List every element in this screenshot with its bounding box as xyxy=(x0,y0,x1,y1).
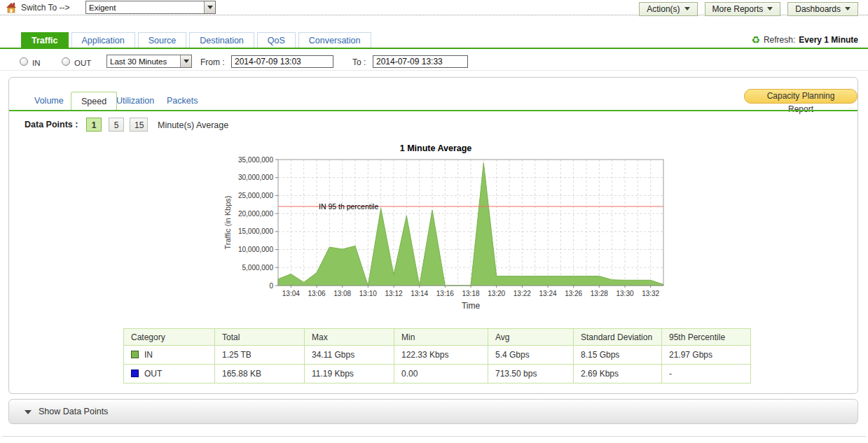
svg-text:13:18: 13:18 xyxy=(462,290,479,297)
show-data-points-toggle[interactable]: Show Data Points xyxy=(8,399,858,424)
out-series-swatch xyxy=(131,370,139,377)
in-series-swatch xyxy=(131,351,139,358)
stats-table: CategoryTotalMaxMinAvgStandard Deviation… xyxy=(123,328,751,384)
dashboards-button[interactable]: Dashboards xyxy=(787,2,858,16)
svg-text:15,000,000: 15,000,000 xyxy=(238,227,273,235)
data-point-button-1[interactable]: 1 xyxy=(86,118,102,132)
radio-in[interactable] xyxy=(20,57,28,66)
value-cell: 713.50 bps xyxy=(488,365,574,384)
workspace-select-value: Exigent xyxy=(86,3,204,12)
time-range-value: Last 30 Minutes xyxy=(107,57,180,66)
page-bottom-divider xyxy=(2,436,866,437)
svg-text:Time: Time xyxy=(462,301,481,311)
svg-text:13:28: 13:28 xyxy=(591,290,608,297)
capacity-planning-report-button[interactable]: Capacity Planning Report xyxy=(744,89,857,104)
svg-text:35,000,000: 35,000,000 xyxy=(238,156,273,164)
category-cell: IN xyxy=(124,346,215,365)
subtab-speed[interactable]: Speed xyxy=(71,92,117,110)
caret-down-icon xyxy=(25,410,32,414)
svg-text:13:32: 13:32 xyxy=(642,290,659,297)
top-menu-buttons: Action(s)More ReportsDashboards xyxy=(639,2,858,16)
tab-application[interactable]: Application xyxy=(71,32,135,49)
from-input[interactable] xyxy=(231,55,333,68)
radio-out[interactable] xyxy=(62,57,70,66)
svg-text:13:26: 13:26 xyxy=(565,290,582,297)
svg-text:0: 0 xyxy=(269,282,273,290)
action-s--button[interactable]: Action(s) xyxy=(639,2,697,16)
to-input[interactable] xyxy=(373,55,468,68)
svg-text:13:12: 13:12 xyxy=(385,290,402,297)
workspace-select[interactable]: Exigent xyxy=(85,1,216,14)
svg-text:13:16: 13:16 xyxy=(436,290,454,297)
svg-text:13:08: 13:08 xyxy=(333,290,351,297)
caret-down-icon xyxy=(845,7,850,10)
svg-text:IN 95 th percentile: IN 95 th percentile xyxy=(319,202,378,211)
chevron-down-icon xyxy=(180,55,191,67)
svg-text:5,000,000: 5,000,000 xyxy=(242,264,274,272)
value-cell: 5.4 Gbps xyxy=(488,346,574,365)
svg-text:13:24: 13:24 xyxy=(539,290,556,297)
refresh-icon[interactable]: ♻ xyxy=(751,35,760,45)
time-range-select[interactable]: Last 30 Minutes xyxy=(106,55,192,68)
svg-text:1 Minute Average: 1 Minute Average xyxy=(400,143,472,153)
tab-source[interactable]: Source xyxy=(138,32,187,49)
column-header: Standard Deviation xyxy=(574,329,662,346)
value-cell: 1.25 TB xyxy=(215,346,305,365)
column-header: Total xyxy=(215,329,305,346)
value-cell: 122.33 Kbps xyxy=(394,346,488,365)
subtab-volume[interactable]: Volume xyxy=(34,96,64,106)
subtab-utilization[interactable]: Utilization xyxy=(116,96,154,106)
svg-text:13:10: 13:10 xyxy=(359,290,377,297)
value-cell: 165.88 KB xyxy=(215,365,305,384)
radio-out-label: OUT xyxy=(74,59,91,67)
caret-down-icon xyxy=(684,7,690,10)
svg-text:30,000,000: 30,000,000 xyxy=(238,174,273,181)
value-cell: 2.69 Kbps xyxy=(574,365,662,384)
svg-text:25,000,000: 25,000,000 xyxy=(238,192,273,199)
top-bar: Switch To --> Exigent Action(s)More Repo… xyxy=(0,0,868,15)
subtab-underline xyxy=(9,110,857,111)
column-header: 95th Percentile xyxy=(662,329,751,346)
svg-text:10,000,000: 10,000,000 xyxy=(238,246,273,253)
radio-in-label: IN xyxy=(32,59,41,67)
value-cell: 21.97 Gbps xyxy=(662,346,751,365)
data-points-label: Data Points : xyxy=(25,120,78,129)
refresh-value: Every 1 Minute xyxy=(799,35,858,45)
table-header-row: CategoryTotalMaxMinAvgStandard Deviation… xyxy=(124,329,751,346)
traffic-area-chart: 05,000,00010,000,00015,000,00020,000,000… xyxy=(222,142,670,317)
value-cell: 34.11 Gbps xyxy=(305,346,394,365)
category-cell: OUT xyxy=(124,365,215,384)
tab-qos[interactable]: QoS xyxy=(257,32,296,49)
filter-bar: IN OUT Last 30 Minutes From : To : xyxy=(0,49,868,71)
tab-traffic[interactable]: Traffic xyxy=(21,32,69,49)
refresh-label: Refresh: xyxy=(764,35,795,45)
chevron-down-icon xyxy=(204,1,215,13)
column-header: Max xyxy=(305,329,394,346)
svg-text:13:20: 13:20 xyxy=(488,290,505,297)
more-reports-button[interactable]: More Reports xyxy=(705,2,781,16)
table-row: IN1.25 TB34.11 Gbps122.33 Kbps5.4 Gbps8.… xyxy=(124,346,751,365)
value-cell: 8.15 Gbps xyxy=(574,346,662,365)
svg-text:13:06: 13:06 xyxy=(308,290,325,297)
data-point-button-5[interactable]: 5 xyxy=(109,118,124,132)
to-label: To : xyxy=(352,57,366,67)
tab-conversation[interactable]: Conversation xyxy=(298,32,371,49)
svg-text:13:30: 13:30 xyxy=(616,290,633,297)
report-panel: VolumeSpeedUtilizationPackets Capacity P… xyxy=(8,77,858,394)
svg-text:13:22: 13:22 xyxy=(514,290,531,297)
main-tab-bar: TrafficApplicationSourceDestinationQoSCo… xyxy=(21,32,371,49)
svg-text:13:04: 13:04 xyxy=(282,290,300,297)
home-icon[interactable] xyxy=(6,2,17,13)
value-cell: 0.00 xyxy=(394,365,488,384)
from-label: From : xyxy=(200,57,225,67)
tab-destination[interactable]: Destination xyxy=(189,32,254,49)
show-data-points-label: Show Data Points xyxy=(39,400,108,424)
minutes-average-label: Minute(s) Average xyxy=(158,120,228,130)
svg-text:13:14: 13:14 xyxy=(411,290,428,297)
data-points-row: Data Points : 1515 Minute(s) Average xyxy=(9,117,857,134)
switch-to-label: Switch To --> xyxy=(21,3,69,13)
column-header: Avg xyxy=(488,329,574,346)
subtab-packets[interactable]: Packets xyxy=(167,96,198,106)
data-point-button-15[interactable]: 15 xyxy=(130,118,148,132)
value-cell: 11.19 Kbps xyxy=(305,365,394,384)
